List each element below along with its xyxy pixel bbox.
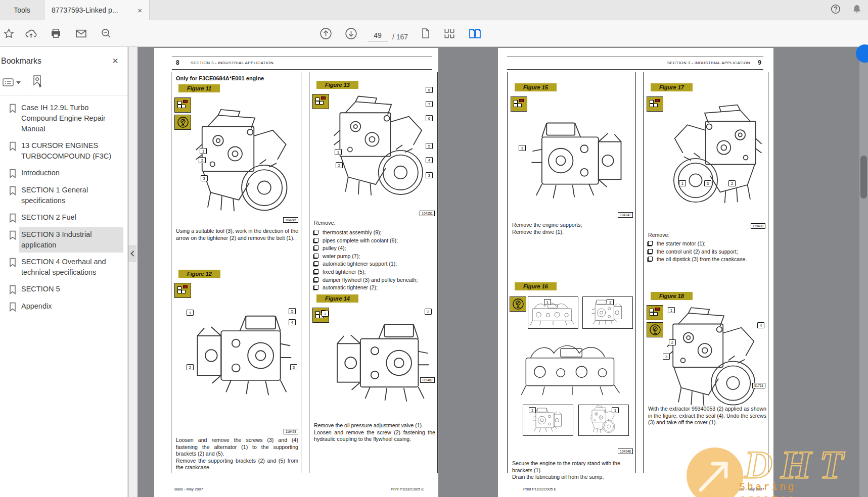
checklist-item-label: water pump (7); [323,254,360,259]
callout: 3 [290,364,297,370]
bookmark-item-section2[interactable]: SECTION 2 Fuel [8,212,124,223]
figure-16-caption: Secure the engine to the rotary stand wi… [512,460,633,481]
tool-screw-icon [174,115,191,130]
section-header: SECTION 3 - INDUSTRIAL APPLICATION [191,61,273,65]
bookmark-item-introduction[interactable]: Introduction [8,168,124,179]
engine-schematic-icon [511,96,527,112]
callout: 1 [200,148,207,154]
save-cloud-icon[interactable] [22,25,39,42]
figure-11-label: Figure 11 [178,84,220,92]
checklist-item-label: the oil dipstick (3) from the crankcase. [657,257,747,262]
figure-16-panel [578,405,629,436]
figure-12-caption: Loosen and remove the screws (3) and (4)… [176,437,298,471]
bookmark-label: SECTION 3 Industrial application [21,229,121,251]
checklist-item-label: thermostat assembly (9); [323,230,382,235]
checklist-item: water pump (7); [314,254,435,259]
callout: 4 [426,157,433,163]
single-page-view-icon[interactable] [417,25,434,42]
bookmark-label: Appendix [21,301,52,312]
bookmarks-list: Case IH 12.9L Turbo Compound Engine Repa… [0,95,127,312]
page-number-input[interactable] [368,29,388,41]
bookmark-item-section5[interactable]: SECTION 5 [8,284,124,295]
checklist-item: damper flywheel (3) and pulley beneath; [314,277,435,283]
callout: 2 [336,162,343,168]
bookmark-label: SECTION 5 [21,284,60,295]
engine-schematic-icon [647,305,663,320]
checklist-item: automatic tightener support (1); [314,261,435,267]
figure-17-drawing [664,94,764,221]
figure-15-drawing [528,94,631,227]
callout: 1 [187,310,194,316]
bookmark-label: SECTION 2 Fuel [21,212,76,223]
tool-screw-icon [647,322,663,337]
bookmark-item-section4[interactable]: SECTION 4 Overhaul and technical specifi… [8,257,124,278]
collapse-panel-icon[interactable] [128,245,136,262]
checklist-item: pipes complete with coolant (6); [314,238,435,243]
document-viewport[interactable]: 8 SECTION 3 - INDUSTRIAL APPLICATION Onl… [138,47,859,497]
image-ref: 104245 [283,217,298,223]
checkbox-icon [314,285,318,289]
main-area: Bookmarks × Case IH 12.9L Turbo Compound… [0,47,868,497]
callout: 2 [669,339,676,345]
figure-15-caption: Remove the engine supports; Remove the d… [512,222,633,235]
image-ref: 51761 [752,383,765,388]
page8-column-2: Figure 13 8 7 6 5 4 3 1 2 104251 Remove: [309,72,438,473]
notifications-bell-icon[interactable] [852,4,862,16]
bookmark-item-appendix[interactable]: Appendix [8,301,124,312]
locate-current-bookmark-icon[interactable] [31,75,43,90]
engine-schematic-icon [312,94,329,109]
print-icon[interactable] [47,25,64,42]
bookmark-item-section3-selected[interactable]: SECTION 3 Industrial application [8,229,124,251]
bookmark-item-manual[interactable]: Case IH 12.9L Turbo Compound Engine Repa… [8,103,124,134]
tab-tools[interactable]: Tools [0,0,44,20]
bookmark-label: SECTION 1 General specifications [21,185,121,206]
page9-column-2: Figure 17 1 3 2 119480 Remove: the start… [643,72,768,473]
page-number: 9 [758,59,761,66]
next-page-button[interactable] [342,25,359,42]
checklist-item-label: the control unit (2) and its support; [657,249,738,255]
close-panel-icon[interactable]: × [112,55,118,67]
page-number: 8 [176,59,179,66]
figure-14-label: Figure 14 [316,294,358,303]
email-icon[interactable] [72,25,89,42]
tab-document[interactable]: 87737593-Linked p... × [44,0,150,20]
acrobat-window: Tools 87737593-Linked p... × [0,0,868,497]
bookmark-options-icon[interactable] [2,77,21,87]
image-ref: 119487 [420,377,435,383]
callout: 7 [426,101,433,107]
help-icon[interactable] [831,4,841,16]
checkbox-icon [314,261,318,266]
figure-13-intro: Remove: [314,220,335,226]
pdf-page-9: SECTION 3 - INDUSTRIAL APPLICATION 9 Fig… [498,48,773,497]
engine-note: Only for F3CE0684A*E001 engine [176,75,264,81]
scrollbar-thumb[interactable] [860,156,867,198]
page-footer-left: Base - May 2007 [174,487,203,491]
figure-13-label: Figure 13 [316,81,358,89]
search-icon[interactable] [98,25,115,42]
bookmark-item-cursor-engines[interactable]: 13 CURSOR ENGINES TURBOCOMPOUND (F3C) [8,140,124,162]
image-ref: 104248 [618,449,633,454]
checklist-item-label: automatic tightener (2); [323,285,378,290]
image-ref: 119480 [751,223,765,229]
bookmark-label: Case IH 12.9L Turbo Compound Engine Repa… [21,103,121,134]
callout: 1 [335,149,342,155]
checkbox-icon [314,230,318,234]
bookmark-label: SECTION 4 Overhaul and technical specifi… [21,257,121,278]
checklist-item-label: the starter motor (1); [657,241,706,246]
image-ref: 119478 [284,429,298,434]
bookmarks-panel-title: Bookmarks [1,57,41,66]
close-icon[interactable]: × [135,6,144,15]
page-count-label: / 167 [392,33,408,41]
bookmark-item-section1[interactable]: SECTION 1 General specifications [8,185,124,206]
panel-splitter[interactable] [128,47,138,497]
figure-18-caption: With the extractor 99340053 (2) applied … [648,406,766,426]
previous-page-button[interactable] [317,25,334,42]
figure-16-panel [528,296,578,329]
vertical-scrollbar[interactable] [859,47,868,497]
checklist-item: fixed tightener (5); [314,269,435,275]
page-thumbnails-icon[interactable] [441,25,458,42]
callout: 1 [668,307,675,313]
favorite-star-icon[interactable] [0,25,17,42]
section-header: SECTION 3 - INDUSTRIAL APPLICATION [667,61,750,65]
two-page-view-icon[interactable] [466,25,483,42]
